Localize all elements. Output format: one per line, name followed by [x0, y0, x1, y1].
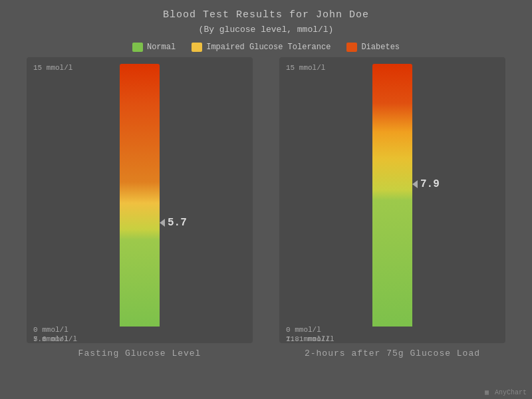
sub-title: (By glucose level, mmol/l)	[0, 23, 532, 37]
fasting-bar	[120, 64, 160, 327]
postload-panel: 15 mmol/l 11.1 mmol/l 7.8 mmol/l 0 mmol/…	[279, 57, 505, 343]
impaired-swatch	[192, 43, 202, 52]
legend-normal-label: Normal	[147, 43, 176, 52]
chart-container: Blood Test Results for John Doe (By gluc…	[0, 0, 532, 399]
postload-xlabel: 2-hours after 75g Glucose Load	[305, 348, 480, 358]
postload-y-label-0: 0 mmol/l	[286, 326, 321, 334]
postload-arrow-icon	[412, 180, 418, 188]
postload-indicator-value: 7.9	[420, 178, 440, 190]
legend-item-impaired: Impaired Glucose Tolerance	[192, 43, 331, 52]
fasting-panel: 15 mmol/l 7 mmol/l 5.6 mmol/l 0 mmol/l 5…	[27, 57, 253, 343]
postload-chart: 15 mmol/l 11.1 mmol/l 7.8 mmol/l 0 mmol/…	[279, 57, 505, 370]
legend-impaired-label: Impaired Glucose Tolerance	[206, 43, 331, 52]
anychart-icon: ▦	[485, 389, 489, 396]
chart-title: Blood Test Results for John Doe (By gluc…	[0, 0, 532, 36]
postload-y-label-15: 15 mmol/l	[286, 64, 325, 72]
fasting-chart: 15 mmol/l 7 mmol/l 5.6 mmol/l 0 mmol/l 5…	[27, 57, 253, 370]
fasting-tick-7	[27, 342, 253, 343]
fasting-indicator: 5.7	[160, 217, 187, 229]
main-title: Blood Test Results for John Doe	[0, 8, 532, 23]
legend-item-diabetes: Diabetes	[346, 43, 400, 52]
legend-diabetes-label: Diabetes	[361, 43, 400, 52]
postload-indicator: 7.9	[412, 178, 440, 190]
fasting-xlabel: Fasting Glucose Level	[78, 348, 201, 358]
legend-item-normal: Normal	[132, 43, 176, 52]
postload-bar	[372, 64, 412, 327]
charts-area: 15 mmol/l 7 mmol/l 5.6 mmol/l 0 mmol/l 5…	[0, 57, 532, 370]
postload-y-label-7-8: 7.8 mmol/l	[286, 335, 330, 343]
fasting-y-label-15: 15 mmol/l	[33, 64, 72, 72]
fasting-indicator-value: 5.7	[168, 217, 187, 229]
fasting-arrow-icon	[160, 219, 165, 227]
anychart-badge: ▦ AnyChart	[485, 388, 527, 396]
diabetes-swatch	[346, 43, 357, 52]
normal-swatch	[132, 43, 143, 52]
legend: Normal Impaired Glucose Tolerance Diabet…	[0, 43, 532, 52]
fasting-y-label-0: 0 mmol/l	[33, 326, 68, 334]
